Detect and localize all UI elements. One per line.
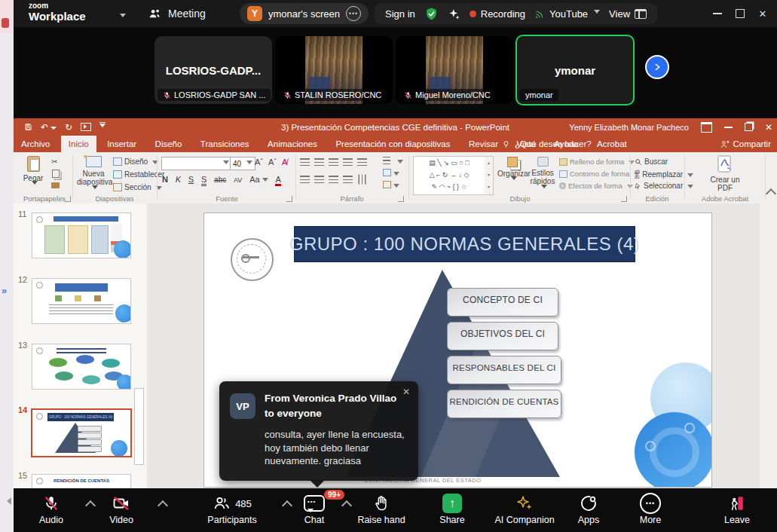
ai-sparkle-icon[interactable] — [448, 8, 460, 20]
tab-acrobat[interactable]: Acrobat — [589, 136, 635, 152]
zoom-workplace-logo[interactable]: zoom Workplace — [29, 2, 86, 22]
expand-chevrons-icon[interactable]: » — [2, 285, 7, 296]
tab-presentacion[interactable]: Presentación con diapositivas — [328, 136, 457, 152]
grow-font-icon[interactable]: Aˆ — [255, 157, 263, 167]
maximize-button[interactable] — [729, 0, 751, 27]
bullets-icon[interactable] — [300, 158, 310, 166]
share-options-ellipsis-icon[interactable]: ••• — [346, 6, 361, 21]
workspace-chevron-down-icon[interactable] — [120, 14, 126, 20]
shape-gallery-scroll[interactable]: ▴▾▾ — [485, 156, 494, 195]
customize-qat-icon[interactable] — [99, 122, 106, 132]
chat-button[interactable]: ••• 99+ Chat — [293, 494, 335, 528]
slide-thumbnail-15[interactable]: RENDICIÓN DE CUENTAS — [32, 474, 131, 488]
ppt-close-icon[interactable]: ✕ — [765, 122, 772, 133]
sign-in-button[interactable]: Sign in — [385, 8, 415, 20]
participant-tile[interactable]: STALIN ROSERO/CNC — [275, 36, 393, 104]
clear-formatting-icon[interactable]: A̸ — [282, 157, 287, 167]
pyramid-item-box[interactable]: OBJETIVOS DEL CI — [447, 322, 558, 350]
drawing-dialog-launcher[interactable] — [621, 196, 627, 202]
section-button[interactable]: Sección — [113, 183, 162, 191]
shape-gallery[interactable]: ▤ ╲ ↘ ▭ ○ □ △ ⌐ ↻ → ↓ ◇ ✎ ◠ ~ { } ☆ — [413, 156, 485, 195]
redo-icon[interactable]: ↻ — [65, 122, 72, 133]
font-color-button[interactable]: A — [275, 175, 280, 186]
tab-animaciones[interactable]: Animaciones — [260, 136, 325, 152]
collapsed-arrow-icon[interactable] — [3, 497, 11, 505]
slide-title-bar[interactable]: GRUPO : 100 NORMAS GENERALES (4) — [295, 227, 635, 261]
text-direction-icon[interactable] — [383, 157, 403, 166]
paragraph-dialog-launcher[interactable] — [398, 196, 404, 202]
find-button[interactable]: Buscar — [635, 157, 668, 166]
font-size-combobox[interactable]: 40 — [230, 157, 255, 170]
arrange-button[interactable]: Organizar — [497, 157, 528, 187]
apps-button[interactable]: Apps — [566, 494, 611, 528]
meeting-tab[interactable]: Meeting — [148, 0, 206, 27]
paste-button[interactable]: Pegar — [21, 156, 45, 191]
design-button[interactable]: Diseño — [113, 157, 158, 166]
audio-options-chevron[interactable] — [85, 500, 96, 511]
ribbon-display-options-icon[interactable] — [701, 122, 712, 133]
slide-thumbnail-14-selected[interactable]: GRUPO : 100 NORMAS GENERALES (4) — [31, 408, 132, 457]
shape-effects-button[interactable]: Efectos de forma — [559, 182, 633, 190]
tab-insertar[interactable]: Insertar — [99, 136, 144, 152]
copy-icon[interactable] — [52, 170, 60, 178]
active-speaker-tile[interactable]: ymonar ymonar — [515, 35, 635, 105]
slide-thumbnail-11[interactable] — [32, 212, 131, 258]
ai-companion-button[interactable]: AI Companion — [487, 494, 562, 528]
video-options-chevron[interactable] — [158, 500, 168, 511]
format-painter-icon[interactable] — [51, 182, 60, 188]
ppt-minimize-icon[interactable] — [724, 127, 733, 128]
compartir-button[interactable]: Compartir — [720, 136, 771, 152]
font-name-combobox[interactable] — [161, 157, 232, 170]
pyramid-item-box[interactable]: CONCEPTO DE CI — [447, 288, 558, 316]
view-menu[interactable]: View — [609, 8, 647, 20]
tell-me-search[interactable]: ¿Qué desea hacer? — [502, 136, 592, 152]
tab-transiciones[interactable]: Transiciones — [193, 136, 257, 152]
close-button[interactable]: ✕ — [751, 0, 774, 27]
participant-tile[interactable]: Miguel Moreno/CNC — [396, 36, 513, 104]
tab-inicio[interactable]: Inicio — [61, 136, 96, 152]
chat-options-chevron[interactable] — [341, 500, 352, 511]
align-left-icon[interactable] — [300, 176, 310, 183]
participants-button[interactable]: 485 Participants — [198, 494, 266, 528]
tab-diseno[interactable]: Diseño — [148, 136, 190, 152]
youtube-live-menu[interactable]: YouTube — [534, 8, 600, 20]
ppt-restore-icon[interactable] — [745, 123, 753, 131]
raise-hand-button[interactable]: Raise hand — [351, 494, 411, 528]
participant-tile[interactable]: LOSRIOS-GADP... LOSRIOS-GADP SAN ... — [154, 36, 272, 104]
bold-button[interactable]: N — [162, 175, 168, 184]
align-center-icon[interactable] — [314, 176, 324, 183]
clipboard-dialog-launcher[interactable] — [65, 196, 71, 202]
next-participants-page-button[interactable] — [645, 55, 669, 79]
recording-indicator[interactable]: Recording — [470, 8, 525, 20]
screen-share-pill[interactable]: Y ymonar's screen ••• — [240, 3, 369, 24]
cut-icon[interactable]: ✂ — [51, 157, 57, 166]
shape-fill-button[interactable]: Relleno de forma — [559, 157, 635, 166]
change-case-button[interactable]: Aa — [249, 175, 268, 184]
new-slide-button[interactable]: ✦ Nueva diapositiva — [77, 156, 110, 195]
strikethrough-button[interactable]: abc — [214, 176, 226, 184]
quick-styles-button[interactable]: Estilos rápidos — [528, 157, 558, 194]
font-dialog-launcher[interactable] — [286, 196, 292, 202]
start-slideshow-icon[interactable] — [81, 123, 91, 131]
smartart-convert-icon[interactable] — [383, 181, 399, 190]
double-underline-button[interactable]: S — [201, 175, 206, 186]
pyramid-item-box[interactable]: RENDICIÓN DE CUENTAS — [447, 390, 561, 418]
slide-thumbnail-13[interactable] — [32, 344, 131, 390]
security-shield-icon[interactable] — [424, 7, 439, 21]
tab-revisar[interactable]: Revisar — [461, 136, 506, 152]
align-right-icon[interactable] — [329, 176, 338, 183]
columns-icon[interactable] — [359, 175, 366, 185]
line-spacing-icon[interactable] — [357, 158, 367, 166]
italic-button[interactable]: K — [176, 175, 181, 184]
create-pdf-button[interactable]: Crear un PDF — [707, 155, 743, 193]
collapse-ribbon-icon[interactable] — [766, 188, 776, 199]
participants-options-chevron[interactable] — [282, 500, 292, 511]
decrease-indent-icon[interactable] — [329, 158, 338, 166]
numbering-icon[interactable] — [314, 158, 324, 166]
tab-archivo[interactable]: Archivo — [14, 136, 57, 152]
pyramid-item-box[interactable]: RESPONSABLES DEL CI — [447, 356, 561, 384]
leave-button[interactable]: Leave — [714, 494, 760, 528]
align-text-icon[interactable] — [383, 169, 399, 178]
thumbnail-scrollbar-thumb[interactable] — [134, 388, 144, 465]
shape-outline-button[interactable]: Contorno de forma — [559, 170, 640, 178]
